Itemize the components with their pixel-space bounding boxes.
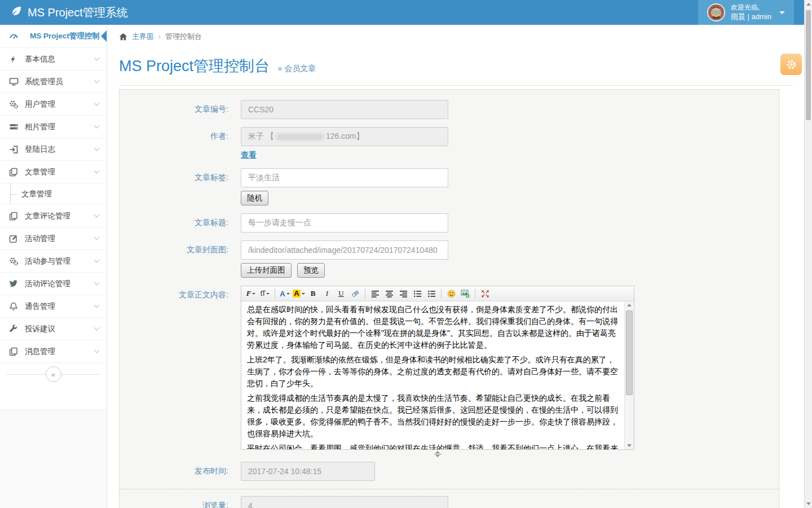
user-menu[interactable]: 欢迎光临, 雨晨 | admin — [698, 0, 794, 25]
chevron-down-icon — [94, 280, 100, 286]
sidebar-collapse-row: « — [0, 363, 107, 386]
sidebar-collapse-button[interactable]: « — [46, 366, 61, 382]
italic-button[interactable]: I — [320, 287, 334, 300]
preview-cover-button[interactable]: 预览 — [297, 263, 325, 278]
form-row-article-no: 文章编号: — [120, 100, 779, 119]
sidebar-subitem-article-mgmt[interactable]: 文章管理 — [0, 183, 107, 205]
active-item-arrow — [101, 30, 107, 42]
sidebar-item-notice-mgmt[interactable]: 通告管理 — [0, 295, 107, 318]
chevron-down-icon — [94, 303, 100, 308]
sidebar-item-photo-mgmt[interactable]: 相片管理 — [0, 116, 107, 138]
scroll-down-icon[interactable] — [806, 502, 811, 505]
chevron-down-icon — [94, 257, 100, 263]
editor-toolbar: F tT A A B I U — [241, 286, 634, 301]
sidebar-item-label: 用户管理 — [25, 99, 55, 110]
chevron-down-icon — [94, 348, 100, 353]
tag-field[interactable] — [241, 168, 448, 187]
sidebar-item-user-mgmt[interactable]: 用户管理 — [0, 93, 107, 116]
sidebar-item-label: 通告管理 — [25, 301, 55, 312]
leaf-icon — [10, 6, 23, 20]
emoticon-button[interactable] — [444, 287, 458, 300]
editor-scrollbar[interactable] — [624, 301, 634, 449]
title-label: 文章标题: — [120, 213, 241, 233]
insert-image-button[interactable] — [458, 287, 472, 300]
sidebar-item-system-admin[interactable]: 系统管理员 — [0, 71, 107, 93]
sidebar-item-article-comment-mgmt[interactable]: 文章评论管理 — [0, 205, 107, 227]
sidebar-item-dashboard[interactable]: MS Project管理控制 — [0, 25, 107, 48]
upload-cover-button[interactable]: 上传封面图 — [241, 263, 292, 278]
chevron-down-icon — [94, 78, 100, 84]
scroll-up-icon[interactable] — [627, 304, 632, 306]
random-tag-button[interactable]: 随机 — [241, 191, 268, 205]
page-title: MS Project管理控制台 — [119, 58, 270, 75]
sidebar-item-activity-mgmt[interactable]: 活动管理 — [0, 227, 107, 250]
toolbar-separator — [475, 289, 475, 298]
chevron-down-icon — [266, 293, 270, 295]
rich-text-editor: F tT A A B I U — [241, 286, 634, 450]
underline-button[interactable]: U — [334, 287, 348, 300]
editor-text-area[interactable]: 总是在感叹时间的快，回头看看有时候发现自己什么也没有获得，倒是身体素质变差了不少… — [241, 301, 624, 449]
page-scrollbar[interactable] — [804, 0, 812, 508]
ordered-list-button[interactable] — [411, 287, 424, 300]
bold-button[interactable]: B — [306, 287, 320, 300]
cogs-icon — [9, 257, 25, 266]
sidebar-item-article-mgmt[interactable]: 文章管理 — [0, 161, 107, 183]
scroll-down-icon[interactable] — [627, 444, 632, 447]
article-no-label: 文章编号: — [120, 100, 241, 119]
sidebar-item-activity-comment-mgmt[interactable]: 活动评论管理 — [0, 273, 107, 295]
breadcrumb-home-link[interactable]: 主界面 — [132, 32, 154, 42]
unordered-list-button[interactable] — [425, 287, 438, 300]
resize-up-icon — [435, 451, 440, 453]
sidebar-item-basic-info[interactable]: 基本信息 — [0, 48, 107, 71]
form-row-tag: 文章标签: 随机 — [120, 168, 779, 205]
author-value-suffix: 126.com】 — [326, 132, 364, 142]
editor-scrollbar-thumb[interactable] — [626, 310, 633, 395]
scroll-up-icon[interactable] — [806, 3, 811, 6]
chevron-down-icon — [779, 11, 785, 14]
article-no-field — [241, 100, 448, 119]
sidebar-item-label: 活动管理 — [25, 234, 55, 244]
edit-icon — [9, 234, 25, 243]
align-left-button[interactable] — [368, 287, 382, 300]
form-row-views: 浏览量: — [120, 496, 779, 508]
sidebar-item-complaint-mgmt[interactable]: 投诉建议 — [0, 318, 107, 340]
home-icon[interactable] — [119, 33, 127, 41]
view-author-link[interactable]: 查看 — [241, 150, 257, 160]
wrench-icon — [9, 325, 25, 334]
font-family-button[interactable]: F — [244, 287, 258, 300]
toolbar-separator — [365, 289, 365, 298]
cover-path-field[interactable] — [241, 240, 448, 260]
editor-paragraph: 总是在感叹时间的快，回头看看有时候发现自己什么也没有获得，倒是身体素质变差了不少… — [247, 304, 619, 351]
chevron-down-icon — [94, 146, 100, 151]
sidebar-subitem-label: 文章管理 — [21, 189, 52, 199]
sidebar-item-message-mgmt[interactable]: 消息管理 — [0, 340, 107, 363]
remove-format-button[interactable] — [348, 287, 362, 300]
editor-resize-handle[interactable] — [434, 451, 442, 457]
form-row-publish-time: 发布时间: — [120, 462, 779, 481]
chevron-down-icon — [94, 212, 100, 218]
page-scrollbar-thumb[interactable] — [806, 10, 811, 120]
cover-label: 文章封面图: — [120, 240, 241, 278]
breadcrumb: 主界面 › 管理控制台 — [108, 25, 804, 48]
align-right-button[interactable] — [396, 287, 410, 300]
sidebar-item-label: 登陆日志 — [25, 144, 55, 155]
sidebar-item-label: 文章评论管理 — [25, 211, 70, 221]
highlight-color-button[interactable]: A — [292, 287, 306, 300]
copy-icon — [9, 168, 25, 177]
align-center-button[interactable] — [382, 287, 396, 300]
username: 雨晨 | admin — [731, 12, 771, 21]
sidebar-item-activity-join-mgmt[interactable]: 活动参与管理 — [0, 250, 107, 273]
settings-gear-button[interactable] — [780, 54, 802, 75]
font-size-button[interactable]: tT — [258, 287, 272, 300]
sidebar-item-label: 基本信息 — [25, 54, 55, 64]
author-label: 作者: — [120, 127, 241, 160]
fullscreen-button[interactable] — [478, 287, 492, 300]
toolbar-separator — [275, 289, 275, 298]
article-title-field[interactable] — [241, 213, 448, 233]
cogs-icon — [9, 100, 25, 109]
sidebar-item-label: 活动参与管理 — [25, 256, 70, 266]
sidebar-item-login-log[interactable]: 登陆日志 — [0, 138, 107, 161]
chevron-down-icon — [252, 293, 255, 295]
sidebar-item-label: 相片管理 — [25, 122, 55, 132]
text-color-button[interactable]: A — [278, 287, 292, 300]
